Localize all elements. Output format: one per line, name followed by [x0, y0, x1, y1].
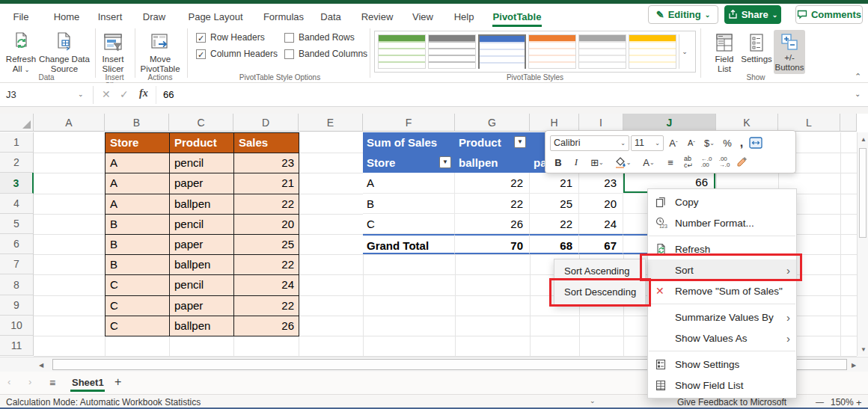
tab-file[interactable]: File: [13, 11, 29, 22]
style-swatch-darkgray[interactable]: [428, 34, 476, 69]
column-header-e[interactable]: E: [299, 114, 363, 132]
font-color-icon[interactable]: A⌄: [637, 154, 661, 170]
row-header-4[interactable]: 4: [0, 194, 34, 214]
pivot-row-field-cell[interactable]: ▼Store: [363, 153, 455, 173]
table-header-sales[interactable]: Sales: [234, 133, 299, 153]
shrink-font-icon[interactable]: Aˇ: [683, 135, 700, 151]
cell[interactable]: C: [106, 275, 170, 295]
cell[interactable]: 21: [234, 173, 299, 194]
settings-button[interactable]: Settings: [739, 30, 774, 64]
pivot-value[interactable]: 26: [455, 214, 530, 234]
comma-format-icon[interactable]: ,: [737, 135, 746, 151]
column-header-d[interactable]: D: [233, 114, 299, 132]
menu-item-summarize-values-by[interactable]: Summarize Values By ›: [648, 307, 796, 327]
cell[interactable]: ballpen: [170, 255, 234, 275]
pivot-value[interactable]: 21: [530, 173, 579, 193]
cell[interactable]: 22: [234, 194, 299, 215]
row-header-3-selected[interactable]: 3: [0, 173, 34, 194]
zoom-level[interactable]: 150%: [831, 397, 854, 408]
row-header-9[interactable]: 9: [0, 295, 34, 316]
menu-item-copy[interactable]: Copy: [648, 191, 796, 212]
zoom-out-button[interactable]: —: [816, 397, 824, 406]
formula-input[interactable]: 66: [163, 89, 174, 100]
pivot-col-header-ballpen[interactable]: ballpen: [455, 153, 530, 173]
cell[interactable]: A: [106, 173, 170, 194]
pivot-col-field-cell[interactable]: ▼Product: [455, 132, 530, 153]
cell[interactable]: pencil: [170, 215, 234, 235]
vertical-scroll-thumb[interactable]: [859, 148, 867, 238]
column-header-c[interactable]: C: [169, 114, 233, 132]
column-header-j-selected[interactable]: J: [623, 114, 716, 132]
cell[interactable]: paper: [170, 173, 234, 194]
row-header-10[interactable]: 10: [0, 316, 34, 336]
cell[interactable]: paper: [170, 235, 234, 255]
checkbox-banded-columns[interactable]: Banded Columns: [284, 48, 367, 60]
row-header-1[interactable]: 1: [0, 132, 34, 153]
table-header-product[interactable]: Product: [170, 133, 234, 153]
table-header-store[interactable]: Store: [106, 133, 170, 153]
cell[interactable]: pencil: [170, 153, 234, 173]
align-icon[interactable]: ≡: [662, 154, 679, 170]
column-header-b[interactable]: B: [105, 114, 169, 132]
pivot-grand-total[interactable]: 70: [455, 234, 530, 254]
comments-button[interactable]: Comments: [795, 5, 863, 24]
next-sheet-icon[interactable]: ›: [28, 376, 31, 387]
pivot-value[interactable]: 25: [530, 194, 579, 214]
editing-mode-button[interactable]: ✎ Editing ⌄: [648, 5, 718, 24]
fill-color-icon[interactable]: ⌄: [610, 154, 635, 170]
borders-icon[interactable]: ⊞⌄: [586, 154, 608, 170]
column-header-g[interactable]: G: [455, 114, 530, 132]
collapse-ribbon-icon[interactable]: ⌃: [855, 72, 861, 82]
status-overflow-chevron-icon[interactable]: ⌄: [590, 397, 596, 405]
cell[interactable]: C: [106, 316, 170, 336]
cell[interactable]: paper: [170, 296, 234, 316]
cell[interactable]: pencil: [170, 275, 234, 295]
cell[interactable]: 22: [234, 255, 299, 275]
pivot-grand-total[interactable]: 68: [530, 234, 579, 254]
cell[interactable]: 25: [234, 235, 299, 255]
tab-draw[interactable]: Draw: [143, 11, 165, 22]
styles-gallery-more-button[interactable]: ⌄: [679, 34, 690, 69]
share-button[interactable]: Share ⌄: [724, 5, 781, 24]
field-list-button[interactable]: Field List: [709, 30, 739, 74]
menu-item-show-field-list[interactable]: Show Field List: [648, 375, 796, 396]
sheet-tab-sheet1[interactable]: Sheet1: [72, 377, 104, 388]
currency-format-icon[interactable]: $⌄: [701, 135, 718, 151]
row-header-11[interactable]: 11: [0, 336, 34, 356]
pivot-value[interactable]: 22: [455, 173, 530, 193]
workbook-statistics[interactable]: Workbook Statistics: [122, 397, 201, 408]
cell[interactable]: 22: [234, 296, 299, 316]
cell[interactable]: ballpen: [170, 194, 234, 215]
row-header-2[interactable]: 2: [0, 153, 34, 173]
refresh-all-button[interactable]: Refresh All ⌄: [3, 30, 39, 75]
row-header-7[interactable]: 7: [0, 254, 34, 274]
tab-page-layout[interactable]: Page Layout: [188, 11, 242, 22]
column-header-a[interactable]: A: [34, 114, 105, 132]
menu-item-number-format[interactable]: 123 Number Format...: [648, 212, 796, 233]
format-painter-icon[interactable]: [734, 154, 751, 170]
fx-icon[interactable]: fx: [139, 87, 148, 99]
cell[interactable]: B: [106, 255, 170, 275]
filter-dropdown-icon[interactable]: ▼: [514, 136, 526, 148]
style-swatch-orange[interactable]: [528, 34, 576, 69]
enter-icon[interactable]: ✓: [120, 88, 129, 100]
pivot-title-cell[interactable]: Sum of Sales: [363, 132, 455, 153]
row-header-5[interactable]: 5: [0, 214, 34, 234]
column-header-partial[interactable]: [840, 114, 857, 132]
scroll-right-icon[interactable]: ▶: [852, 362, 856, 369]
tab-review[interactable]: Review: [361, 11, 394, 22]
column-header-f[interactable]: F: [363, 114, 455, 132]
row-header-8[interactable]: 8: [0, 274, 34, 295]
tab-formulas[interactable]: Formulas: [263, 11, 304, 22]
column-header-k[interactable]: K: [716, 114, 778, 132]
pivot-value[interactable]: 24: [579, 214, 623, 234]
tab-home[interactable]: Home: [54, 11, 80, 22]
percent-format-icon[interactable]: %: [719, 135, 736, 151]
font-size-select[interactable]: 11⌄: [631, 135, 664, 151]
menu-item-show-settings[interactable]: Show Settings: [648, 354, 796, 375]
style-swatch-green[interactable]: [378, 34, 426, 69]
change-data-source-button[interactable]: Change Data Source: [39, 30, 90, 74]
wrap-text-icon[interactable]: abc↵: [680, 154, 697, 170]
menu-item-sort[interactable]: Sort ›: [648, 259, 796, 280]
plus-minus-buttons-button[interactable]: +/- Buttons: [774, 30, 805, 74]
